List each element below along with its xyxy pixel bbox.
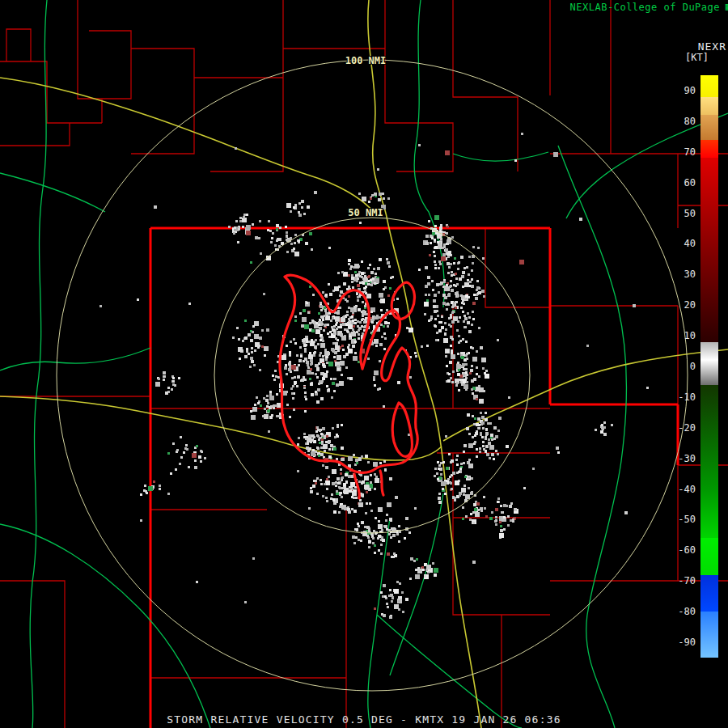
colorbar-segment	[700, 538, 718, 574]
radar-map: 100 NMI 50 NMI	[0, 0, 728, 728]
colorbar-units-label: [KT]	[685, 52, 709, 63]
colorbar-segment	[700, 115, 718, 139]
road-green-topleft	[0, 173, 105, 212]
road-green-topright-link	[453, 152, 548, 161]
colorbar-tick: -80	[663, 606, 696, 617]
colorbar-tick: -20	[663, 422, 696, 434]
colorbar-segment	[700, 158, 718, 243]
colorbar-tick: -60	[663, 544, 696, 556]
range-ring-label-100nmi: 100 NMI	[345, 55, 387, 66]
radar-display: 100 NMI 50 NMI NEXLAB-College of DuPage …	[0, 0, 728, 728]
bear-river-bay-outline	[392, 282, 414, 319]
colorbar-segment	[700, 75, 718, 97]
colorbar-tick: -30	[663, 453, 696, 464]
colorbar-tick: -10	[663, 392, 696, 403]
colorbar-segment	[700, 385, 718, 489]
colorbar-tick: 20	[663, 299, 696, 311]
road-green-southwest	[0, 524, 210, 728]
colorbar-tick: -70	[663, 575, 696, 586]
colorbar-segment	[700, 489, 718, 539]
colorbar-tick: 30	[663, 269, 696, 280]
colorbar-segment	[700, 612, 718, 658]
county-lines-idaho	[0, 0, 728, 228]
road-green-east-long	[558, 146, 626, 728]
colorbar-tick: -50	[663, 514, 696, 525]
road-green-slc-south	[390, 493, 443, 675]
colorbar-tick: 50	[663, 208, 696, 219]
colorbar-tick: 80	[663, 116, 696, 127]
colorbar-segment	[700, 575, 718, 612]
colorbar-segment	[700, 360, 718, 384]
range-ring-label-50nmi: 50 NMI	[348, 207, 383, 218]
farmington-bay-outline	[392, 403, 412, 456]
radar-echoes	[99, 133, 649, 619]
colorbar-tick: 10	[663, 330, 696, 341]
colorbar-segment	[700, 140, 718, 159]
colorbar-product-label: NEXR	[698, 40, 726, 53]
road-i84	[0, 78, 374, 212]
colorbar-tick: -40	[663, 484, 696, 495]
velocity-colorbar	[700, 75, 718, 658]
colorbar-tick: 70	[663, 146, 696, 158]
road-i80-west	[0, 396, 442, 460]
colorbar-tick: 0	[663, 361, 696, 372]
colorbar-tick: -90	[663, 637, 696, 648]
road-green-west-mid	[0, 348, 150, 370]
product-status-text: STORM RELATIVE VELOCITY 0.5 DEG - KMTX 1…	[0, 713, 728, 726]
branding-text: NEXLAB-College of DuPage	[570, 2, 720, 13]
colorbar-segment	[700, 97, 718, 116]
colorbar-tick: 60	[663, 177, 696, 188]
road-green-west	[30, 0, 47, 728]
colorbar-segment	[700, 243, 718, 341]
colorbar-segment	[700, 342, 718, 361]
road-green-southcenter	[368, 518, 522, 728]
great-salt-lake-outline	[280, 275, 417, 472]
colorbar-tick: 40	[663, 238, 696, 249]
colorbar-tick: 90	[663, 85, 696, 96]
